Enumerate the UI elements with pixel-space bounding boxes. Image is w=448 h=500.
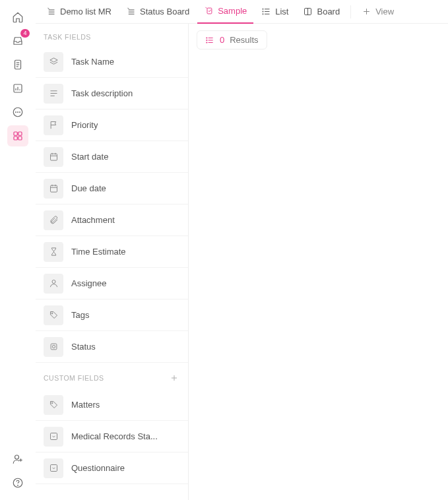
content: TASK FIELDS Task NameTask descriptionPri…	[36, 24, 448, 500]
field-row[interactable]: Time Estimate	[36, 236, 188, 268]
doc-icon	[12, 59, 24, 71]
fields-panel: TASK FIELDS Task NameTask descriptionPri…	[36, 24, 189, 500]
field-row[interactable]: Medical Records Sta...	[36, 421, 188, 453]
svg-rect-13	[18, 132, 22, 135]
tag-icon	[44, 395, 63, 415]
rail-docs[interactable]	[7, 54, 28, 75]
tab-separator	[350, 5, 351, 18]
field-label: Questionnaire	[71, 463, 125, 473]
svg-point-50	[51, 313, 53, 314]
fields-scroll[interactable]: TASK FIELDS Task NameTask descriptionPri…	[36, 24, 188, 500]
user-icon	[44, 274, 63, 294]
svg-rect-52	[52, 346, 55, 348]
plus-icon	[362, 7, 371, 16]
field-label: Task Name	[71, 57, 114, 67]
section-title: TASK FIELDS	[44, 33, 91, 41]
svg-rect-27	[207, 8, 212, 14]
results-label: Results	[230, 35, 258, 45]
field-row[interactable]: Priority	[36, 109, 188, 141]
rail-dashboards[interactable]	[7, 78, 28, 99]
field-row[interactable]: Start date	[36, 141, 188, 173]
view-tabs: Demo list MR Status Board Sample List Bo…	[36, 0, 448, 24]
svg-rect-56	[50, 433, 57, 440]
svg-point-55	[51, 402, 53, 404]
tab-list[interactable]: List	[255, 1, 295, 23]
tab-label: Status Board	[140, 7, 189, 16]
rail-invite[interactable]	[7, 449, 28, 470]
section-title: CUSTOM FIELDS	[44, 374, 104, 382]
field-label: Medical Records Sta...	[71, 431, 158, 441]
calendar-icon	[44, 147, 63, 167]
add-view-label: View	[375, 7, 394, 16]
svg-point-10	[18, 112, 18, 113]
user-plus-icon	[12, 453, 24, 465]
list-pin-icon	[126, 7, 136, 16]
field-row[interactable]: Due date	[36, 173, 188, 204]
field-label: Attachment	[71, 215, 115, 225]
plus-icon	[170, 373, 179, 383]
doc-pin-icon	[204, 6, 214, 16]
square-icon	[44, 337, 63, 357]
field-row[interactable]: Status	[36, 331, 188, 363]
results-chip[interactable]: 0 Results	[197, 30, 267, 49]
tab-status-board[interactable]: Status Board	[119, 1, 196, 23]
field-label: Status	[71, 342, 96, 352]
field-row[interactable]: Questionnaire	[36, 453, 188, 484]
main: Demo list MR Status Board Sample List Bo…	[36, 0, 448, 500]
field-label: Tags	[71, 310, 89, 320]
svg-point-31	[263, 9, 263, 9]
paperclip-icon	[44, 210, 63, 230]
home-icon	[12, 11, 24, 23]
rail-inbox[interactable]: 4	[7, 30, 28, 51]
chart-icon	[12, 82, 24, 94]
dropdown-icon	[44, 458, 63, 478]
flag-icon	[44, 115, 63, 135]
rail-help[interactable]	[7, 472, 28, 493]
tab-sample[interactable]: Sample	[197, 0, 253, 24]
results-count: 0	[220, 35, 224, 45]
field-label: Assignee	[71, 278, 106, 288]
svg-rect-45	[50, 185, 57, 192]
field-label: Task description	[71, 88, 133, 98]
field-row[interactable]: Attachment	[36, 204, 188, 236]
svg-point-11	[20, 112, 20, 113]
field-label: Priority	[71, 120, 98, 130]
field-label: Start date	[71, 152, 108, 162]
field-row[interactable]: Task description	[36, 78, 188, 109]
svg-rect-51	[51, 344, 57, 350]
tab-board[interactable]: Board	[296, 1, 346, 23]
svg-point-49	[52, 280, 55, 284]
svg-point-63	[207, 42, 207, 42]
svg-point-20	[18, 485, 18, 485]
field-row[interactable]: Matters	[36, 389, 188, 421]
field-row[interactable]: Assignee	[36, 268, 188, 299]
list-icon	[261, 7, 271, 16]
text-icon	[44, 84, 63, 104]
add-custom-field-button[interactable]	[168, 372, 180, 384]
field-row[interactable]: Task Name	[36, 46, 188, 78]
svg-rect-12	[14, 132, 17, 135]
field-row[interactable]: Tags	[36, 299, 188, 331]
field-label: Time Estimate	[71, 247, 126, 257]
tab-label: Demo list MR	[60, 7, 112, 16]
svg-point-62	[207, 40, 207, 40]
svg-rect-14	[14, 137, 17, 140]
tab-demo-list-mr[interactable]: Demo list MR	[40, 1, 118, 23]
field-label: Due date	[71, 183, 106, 193]
rail-home[interactable]	[7, 7, 28, 28]
tab-label: Sample	[218, 6, 247, 16]
list-pin-icon	[46, 7, 56, 16]
inbox-badge: 4	[20, 29, 30, 38]
task-fields-header: TASK FIELDS	[36, 24, 188, 46]
rail-apps[interactable]	[7, 125, 28, 146]
calendar-icon	[44, 179, 63, 199]
svg-point-33	[263, 14, 263, 15]
rail-more[interactable]	[7, 102, 28, 123]
tag-icon	[44, 305, 63, 325]
tab-label: List	[275, 7, 288, 16]
add-view-button[interactable]: View	[355, 1, 400, 23]
hourglass-icon	[44, 242, 63, 262]
board-icon	[303, 7, 313, 16]
svg-rect-15	[18, 137, 22, 140]
svg-point-61	[207, 37, 207, 38]
